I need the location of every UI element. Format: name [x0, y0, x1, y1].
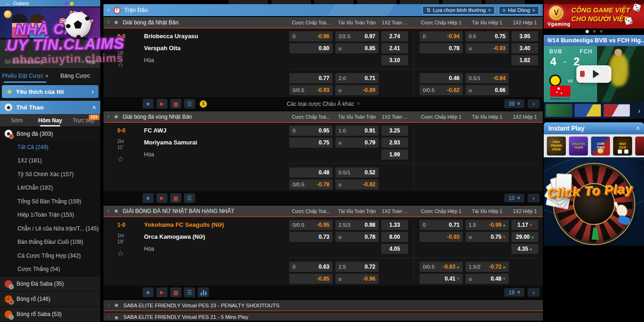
odds-cell[interactable]: 00.71 [420, 220, 463, 230]
odds-cell[interactable]: -0.93 [420, 232, 463, 242]
odds-cell[interactable]: u0.79 [335, 138, 379, 148]
chevron-down-icon[interactable]: ˅ [107, 8, 110, 13]
sidebar-item-sport[interactable]: Bóng rổ Saba (53) [0, 306, 100, 322]
back-arrow-icon[interactable]: ← [6, 0, 11, 6]
odds-cell[interactable]: 1.5-0.99 [466, 220, 509, 230]
odds-cell[interactable]: 2.00.71 [335, 73, 379, 83]
odds-cell[interactable]: 1.33 [381, 220, 408, 230]
back-header[interactable]: ← Galaxy [0, 0, 100, 6]
star-icon[interactable]: ★ [114, 19, 119, 26]
odds-cell[interactable]: 4.35 [512, 244, 538, 254]
odds-cell[interactable]: 00.63 [289, 262, 333, 272]
page-count-select[interactable]: 39˅ [504, 99, 524, 108]
odds-cell[interactable]: 4.05 [381, 244, 408, 254]
odds-cell[interactable]: 0.77 [289, 73, 333, 83]
sidebar-item-sport[interactable]: Bóng rổ (146) [0, 291, 100, 306]
submenu-item[interactable]: Bàn thắng Đầu/ Cuối (108) [0, 236, 100, 249]
favorites-button[interactable]: ★ Yêu thích của tôi › [2, 85, 98, 98]
odds-cell[interactable]: 3.95 [512, 31, 538, 41]
league-header[interactable]: ˅★Giải bóng đá Nhật BảnCược Chấp Toà...T… [104, 17, 543, 29]
sidebar-item-football[interactable]: Bóng đá (303) [0, 126, 100, 140]
star-icon[interactable]: ★ [143, 99, 154, 109]
submenu-item[interactable]: Lẻ/Chẵn (182) [0, 181, 100, 195]
odds-cell[interactable]: 0/0.5-0.95 [289, 220, 333, 230]
chevron-down-icon[interactable]: ˅ [107, 208, 110, 213]
odds-cell[interactable]: u-0.96 [335, 274, 379, 284]
odds-cell[interactable]: 2.41 [381, 43, 408, 53]
video-player[interactable]: BVB FCH 4 - 2 vs BUNDESLIGA [544, 46, 644, 102]
carousel-dot[interactable] [600, 30, 603, 33]
star-icon[interactable]: ★ [114, 302, 119, 309]
star-icon[interactable]: ★ [143, 288, 154, 297]
vgaming-banner[interactable]: V Vgaming CỔNG GAME VIỆT CHO NGƯỜI VIỆT [544, 0, 644, 29]
list-icon[interactable]: ☰ [184, 193, 195, 203]
line-filter-button[interactable]: ≡ Hai Dòng ˅ [499, 6, 539, 15]
odds-cell[interactable]: u-0.93 [466, 43, 509, 53]
stats-icon[interactable] [198, 288, 209, 297]
grid-icon[interactable]: ▦ [170, 99, 181, 109]
odds-cell[interactable]: -0.85 [289, 274, 333, 284]
odds-cell[interactable]: 0/0.5-0.93 [289, 85, 333, 95]
favorite-star-icon[interactable]: ☆ [117, 249, 144, 258]
odds-cell[interactable]: u-0.89 [335, 85, 379, 95]
coin-icon[interactable]: $ [198, 99, 209, 109]
star-icon[interactable]: ★ [114, 314, 119, 321]
odds-cell[interactable]: u-0.82 [335, 179, 379, 190]
chevron-down-icon[interactable]: ˅ [107, 114, 110, 119]
video-thumbnail[interactable] [546, 104, 572, 117]
submenu-item[interactable]: Tỷ Số Chính Xác (157) [0, 167, 100, 181]
odds-cell[interactable]: 0.5/10.52 [335, 167, 379, 178]
next-page-button[interactable]: › [528, 99, 540, 108]
game-tile[interactable]: FISHPRAWNCRAB [546, 136, 566, 156]
odds-cell[interactable]: 0.48 [289, 167, 333, 178]
list-icon[interactable]: ☰ [184, 288, 195, 297]
odds-cell[interactable]: 3.25 [381, 126, 408, 136]
next-page-button[interactable]: › [528, 194, 540, 202]
submenu-item[interactable]: Chẵn / Lẻ của Nửa trận/T... (145) [0, 222, 100, 236]
odds-cell[interactable]: u0.78 [335, 232, 379, 242]
odds-cell[interactable]: 0-0.96 [289, 31, 333, 41]
league-header[interactable]: ˅★GIẢI BÓNG ĐÁ NỮ NHẬT BẢN HẠNG NHẤTCược… [104, 206, 543, 217]
odds-cell[interactable]: 0.46 [420, 73, 463, 83]
casino-promo[interactable]: Click To Play [544, 157, 644, 246]
list-icon[interactable]: ☰ [184, 99, 195, 109]
favorite-star-icon[interactable]: ☆ [117, 60, 144, 69]
game-tile[interactable]: DRAGONTIGER [569, 136, 588, 156]
tab-bet-slip[interactable]: Phiếu Đặt Cược ˅ [0, 69, 50, 83]
odds-cell[interactable]: 0.5/1-0.84 [466, 73, 509, 83]
play-icon[interactable]: ▶ [156, 288, 167, 297]
next-page-button[interactable]: › [528, 288, 540, 297]
submenu-item[interactable]: Hiệp 1/Toàn Trận (153) [0, 208, 100, 222]
star-icon[interactable]: ★ [114, 207, 119, 214]
video-thumbnail[interactable] [604, 104, 630, 117]
odds-cell[interactable]: 2.93 [381, 138, 408, 148]
submenu-item[interactable]: Tất Cả (249) [0, 140, 100, 154]
odds-cell[interactable]: 3.40 [512, 43, 538, 53]
game-tile[interactable]: COINTOSS [591, 136, 610, 156]
odds-cell[interactable]: 0.73 [289, 232, 333, 242]
odds-cell[interactable]: u0.66 [466, 85, 509, 95]
tab-bet-board[interactable]: Bảng Cược [50, 69, 100, 83]
odds-cell[interactable]: 0.80 [289, 43, 333, 53]
odds-cell[interactable]: 2.5/30.98 [335, 220, 379, 230]
play-button[interactable] [576, 65, 611, 83]
odds-cell[interactable]: 0/0.5-0.62 [420, 85, 463, 95]
promo-banner[interactable]: Hot Streamer [0, 7, 100, 38]
star-icon[interactable]: ★ [143, 193, 154, 203]
odds-cell[interactable]: 0/0.5-0.78 [289, 179, 333, 190]
carousel-dot[interactable] [593, 30, 596, 33]
odds-cell[interactable]: 00.95 [289, 126, 333, 136]
sports-header[interactable]: Thể Thao ˄ [0, 101, 100, 114]
odds-cell[interactable]: 29.00 [512, 232, 538, 242]
odds-cell[interactable]: 8.00 [381, 232, 408, 242]
chevron-down-icon[interactable]: ˅ [107, 20, 110, 25]
grid-icon[interactable]: ▦ [170, 193, 181, 203]
time-tab[interactable]: Hôm Nay [34, 114, 67, 126]
play-icon[interactable]: ▶ [156, 193, 167, 203]
video-thumbnail[interactable] [575, 104, 601, 117]
odds-cell[interactable]: 3.10 [381, 55, 408, 65]
time-tab[interactable]: Sớm [0, 114, 34, 126]
odds-cell[interactable]: 0.50.75 [466, 31, 509, 41]
star-icon[interactable]: ★ [114, 113, 119, 120]
instant-play-header[interactable]: Instant Play ˄ [544, 122, 644, 134]
